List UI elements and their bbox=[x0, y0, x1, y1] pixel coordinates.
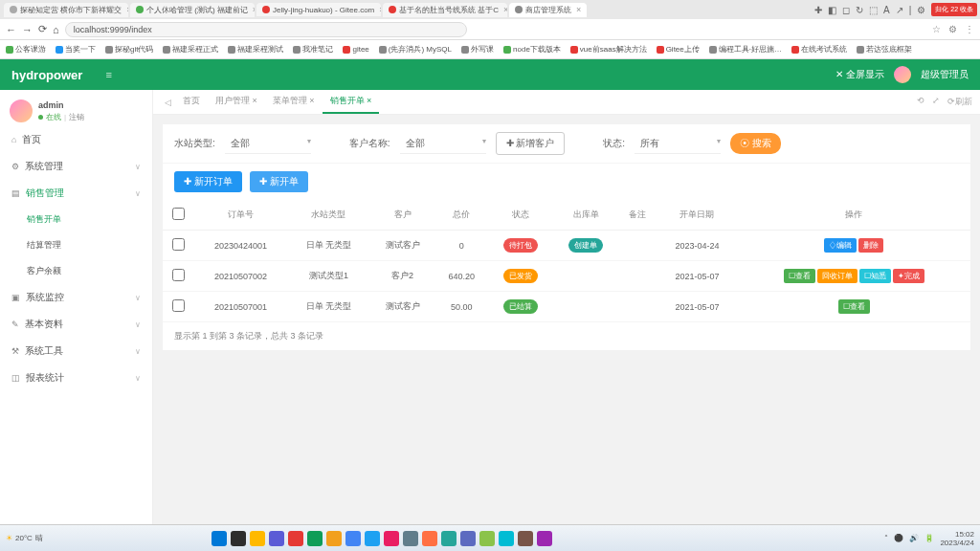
bookmark-item[interactable]: 外写课 bbox=[461, 44, 494, 55]
page-tab[interactable]: 销售开单 × bbox=[323, 90, 380, 114]
window-control-icon[interactable]: | bbox=[909, 5, 912, 15]
taskbar-app-icon[interactable] bbox=[307, 531, 323, 546]
filter-status-select[interactable]: 所有 bbox=[635, 134, 721, 154]
row-action-button[interactable]: ☐查看 bbox=[838, 299, 870, 314]
taskbar-app-icon[interactable] bbox=[365, 531, 380, 546]
bookmark-item[interactable]: Gitee上传 bbox=[657, 44, 700, 55]
window-control-icon[interactable]: ↗ bbox=[896, 5, 903, 15]
sidebar-item[interactable]: ▤销售管理∨ bbox=[0, 180, 152, 207]
row-action-button[interactable]: ☐知悉 bbox=[859, 269, 891, 283]
browser-tab[interactable]: 商店管理系统× bbox=[509, 3, 587, 17]
bookmark-item[interactable]: 若达弦底框架 bbox=[857, 44, 912, 55]
taskbar-app-icon[interactable] bbox=[518, 531, 533, 546]
sidebar-subitem[interactable]: 销售开单 bbox=[0, 207, 152, 232]
row-action-button[interactable]: 回收订单 bbox=[817, 269, 858, 283]
menu-dots-icon[interactable]: ⋮ bbox=[965, 24, 974, 34]
nav-forward-icon[interactable]: → bbox=[22, 24, 33, 35]
taskbar-app-icon[interactable] bbox=[441, 531, 457, 546]
taskbar-app-icon[interactable] bbox=[384, 531, 399, 546]
tray-battery-icon[interactable]: 🔋 bbox=[924, 534, 934, 542]
window-control-icon[interactable]: ◻ bbox=[842, 5, 850, 15]
tab-close-icon[interactable]: × bbox=[576, 5, 581, 14]
tabs-reload-label[interactable]: ⟳刷新 bbox=[947, 96, 972, 108]
row-action-button[interactable]: 删除 bbox=[858, 238, 883, 253]
taskbar-app-icon[interactable] bbox=[288, 531, 303, 546]
taskbar-app-icon[interactable] bbox=[537, 531, 552, 546]
bookmark-item[interactable]: 编程工具·好思施… bbox=[709, 44, 782, 55]
taskbar-app-icon[interactable] bbox=[499, 531, 514, 546]
tabs-refresh-icon[interactable]: ⟲ bbox=[917, 96, 924, 108]
tabs-fullscreen-icon[interactable]: ⤢ bbox=[932, 96, 940, 108]
sidebar-subitem[interactable]: 客户余额 bbox=[0, 258, 152, 284]
tabs-prev-icon[interactable]: ◁ bbox=[161, 98, 175, 107]
filter-site-select[interactable]: 全部 bbox=[225, 134, 311, 154]
row-action-button[interactable]: ☐查看 bbox=[784, 269, 815, 283]
browser-tab[interactable]: 个人休哈管理 (测试) 福建前记× bbox=[130, 3, 255, 17]
sidebar-item[interactable]: ✎基本资料∨ bbox=[0, 311, 152, 338]
browser-tab[interactable]: Jelly-jing-huakuo) - Gitee.com× bbox=[256, 3, 381, 16]
page-tab[interactable]: 菜单管理 × bbox=[265, 90, 323, 114]
row-checkbox[interactable] bbox=[172, 269, 185, 281]
window-control-icon[interactable]: ⚙ bbox=[917, 5, 925, 15]
nav-back-icon[interactable]: ← bbox=[6, 24, 16, 35]
row-action-button[interactable]: ♢编辑 bbox=[824, 238, 857, 253]
fullscreen-button[interactable]: ✕ 全屏显示 bbox=[835, 68, 884, 81]
window-control-icon[interactable]: ◧ bbox=[828, 5, 836, 15]
taskbar-app-icon[interactable] bbox=[326, 531, 342, 546]
bookmark-item[interactable]: 福建采程正式 bbox=[163, 44, 218, 55]
taskbar-app-icon[interactable] bbox=[479, 531, 495, 546]
page-tab[interactable]: 用户管理 × bbox=[208, 90, 265, 114]
taskbar-app-icon[interactable] bbox=[345, 531, 361, 546]
taskbar-app-icon[interactable] bbox=[403, 531, 418, 546]
tray-chevron-icon[interactable]: ˄ bbox=[884, 534, 888, 542]
weather-widget[interactable]: ☀ 20°C 晴 bbox=[6, 533, 43, 543]
new-bill-button[interactable]: ✚ 新开单 bbox=[250, 171, 308, 192]
tab-close-icon[interactable]: × bbox=[379, 5, 381, 14]
bookmark-item[interactable]: 我准笔记 bbox=[293, 44, 333, 55]
taskbar-app-icon[interactable] bbox=[212, 531, 227, 546]
bookmark-item[interactable]: 福建采程测试 bbox=[228, 44, 283, 55]
sidebar-item[interactable]: ▣系统监控∨ bbox=[0, 284, 152, 311]
taskbar-app-icon[interactable] bbox=[460, 531, 476, 546]
taskbar-app-icon[interactable] bbox=[250, 531, 265, 546]
add-customer-button[interactable]: ✚ 新增客户 bbox=[496, 132, 566, 155]
tray-volume-icon[interactable]: 🔊 bbox=[909, 534, 919, 542]
window-control-icon[interactable]: ↻ bbox=[856, 5, 863, 15]
tab-close-icon[interactable]: × bbox=[503, 5, 507, 14]
window-control-icon[interactable]: ⬚ bbox=[869, 5, 878, 15]
taskbar-app-icon[interactable] bbox=[269, 531, 284, 546]
nav-reload-icon[interactable]: ⟳ bbox=[38, 23, 47, 35]
url-input[interactable] bbox=[65, 22, 467, 37]
bookmark-item[interactable]: 当奖一下 bbox=[56, 44, 96, 55]
new-order-button[interactable]: ✚ 新开订单 bbox=[174, 171, 242, 192]
settings-icon[interactable]: ⚙ bbox=[948, 24, 957, 34]
select-all-checkbox[interactable] bbox=[172, 208, 185, 220]
browser-tab[interactable]: 探秘知定营 横你市下新祥耀交× bbox=[4, 3, 128, 17]
sidebar-subitem[interactable]: 结算管理 bbox=[0, 232, 152, 258]
bookmark-star-icon[interactable]: ☆ bbox=[932, 24, 941, 34]
sidebar-item[interactable]: ◫报表统计∨ bbox=[0, 364, 152, 391]
user-avatar[interactable] bbox=[10, 99, 33, 122]
bookmark-item[interactable]: 探秘git代码 bbox=[105, 44, 153, 55]
bookmark-item[interactable]: node下载版本 bbox=[503, 44, 561, 55]
row-checkbox[interactable] bbox=[172, 238, 185, 251]
filter-customer-select[interactable]: 全部 bbox=[400, 134, 486, 154]
sidebar-item[interactable]: ⌂首页 bbox=[0, 126, 152, 153]
bookmark-item[interactable]: 在线考试系统 bbox=[791, 44, 847, 55]
row-checkbox[interactable] bbox=[172, 299, 185, 312]
hamburger-icon[interactable]: ≡ bbox=[105, 69, 111, 80]
window-control-icon[interactable]: ✚ bbox=[814, 5, 822, 15]
row-action-button[interactable]: ✦完成 bbox=[893, 269, 924, 283]
bookmark-item[interactable]: (先弃消兵) MySQL bbox=[379, 44, 452, 55]
taskbar-app-icon[interactable] bbox=[422, 531, 437, 546]
bookmark-item[interactable]: 公客课游 bbox=[6, 44, 46, 55]
tab-close-icon[interactable]: × bbox=[253, 5, 255, 14]
window-control-icon[interactable]: A bbox=[883, 5, 890, 15]
nav-home-icon[interactable]: ⌂ bbox=[53, 24, 59, 35]
sidebar-item[interactable]: ⚙系统管理∨ bbox=[0, 153, 152, 180]
bookmark-item[interactable]: vue前saas解决方法 bbox=[570, 44, 647, 55]
browser-tab[interactable]: 基于名的肚当号线系统 基于C× bbox=[383, 3, 507, 17]
tab-close-icon[interactable]: × bbox=[126, 5, 128, 14]
search-button[interactable]: ☉ 搜索 bbox=[730, 133, 781, 154]
bookmark-item[interactable]: gitee bbox=[343, 45, 368, 54]
